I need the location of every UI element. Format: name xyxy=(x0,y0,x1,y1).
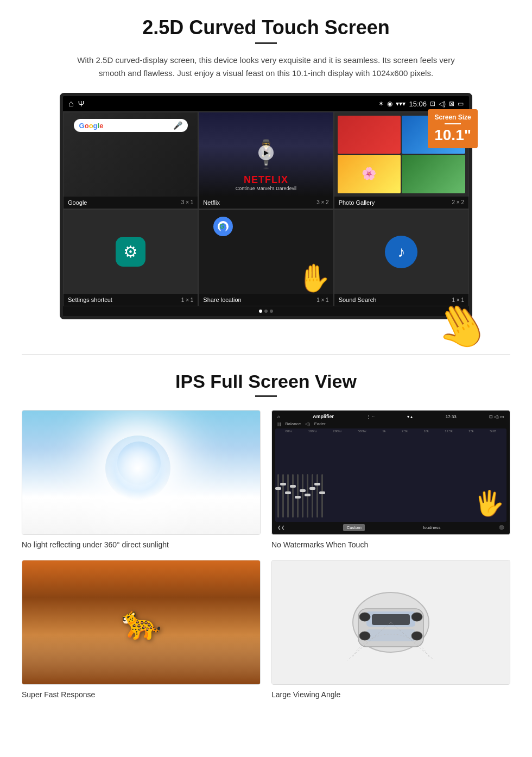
sunlight-caption: No light reflecting under 360° direct su… xyxy=(22,540,261,549)
sky-background xyxy=(22,411,260,534)
amp-slider-3[interactable] xyxy=(287,474,289,518)
amp-slider-9[interactable] xyxy=(316,474,318,518)
settings-app-cell[interactable]: ⚙ Settings shortcut 1 × 1 xyxy=(63,210,198,307)
freq-label-8: 15k xyxy=(468,430,474,433)
amp-icons-right: ⊡ ◁) ▭ xyxy=(489,414,504,419)
amp-slider-group: 🖐 xyxy=(277,474,504,518)
feature-fast-response: 🐆 Super Fast Response xyxy=(22,560,261,699)
amp-toggle-icon[interactable]: ⚫ xyxy=(499,525,504,530)
netflix-play-button[interactable] xyxy=(258,145,274,160)
cheetah-ground xyxy=(22,635,260,684)
amp-freq-labels: 60hz 100hz 200hz 500hz 1k 2.5k 10k 12.5k… xyxy=(277,430,504,433)
sun-burst xyxy=(105,436,170,501)
x-icon: ⊠ xyxy=(449,100,454,108)
amplifier-image: ⌂ Amplifier ⋮ ·· ▾ ▴ 17:33 ⊡ ◁) ▭ ||| Ba… xyxy=(271,410,510,535)
netflix-logo: NETFLIX xyxy=(204,174,327,186)
viewing-angle-caption: Large Viewing Angle xyxy=(271,690,510,699)
gallery-label-size: 2 × 2 xyxy=(452,199,464,205)
svg-point-10 xyxy=(359,613,370,621)
amp-controls-row: ||| Balance ◁) Fader xyxy=(275,421,506,426)
share-cell-content: G 🤚 xyxy=(199,210,333,294)
svg-rect-9 xyxy=(372,614,410,625)
share-location-label-size: 1 × 1 xyxy=(316,297,329,303)
amp-slider-1[interactable] xyxy=(277,474,279,518)
status-bar: ✶ ◉ ▾▾▾ 15:06 ⊡ ◁) ⊠ ▭ xyxy=(63,96,469,111)
amp-thumb-4 xyxy=(290,485,296,488)
amp-fader-label: Fader xyxy=(314,421,326,426)
freq-label-1: 100hz xyxy=(308,430,317,433)
sunlight-image xyxy=(22,410,261,535)
freq-label-2: 200hz xyxy=(333,430,341,433)
signal-icon: ▾▾▾ xyxy=(396,100,406,108)
cheetah-background: 🐆 xyxy=(22,560,260,684)
amp-thumb-9 xyxy=(314,483,320,485)
freq-label-3: 500hz xyxy=(358,430,366,433)
amp-hand-icon: 🖐 xyxy=(474,489,504,518)
hand-pointing-icon: 🤚 xyxy=(297,262,331,294)
netflix-subtitle: Continue Marvel's Daredevil xyxy=(204,186,327,191)
feature-sunlight: No light reflecting under 360° direct su… xyxy=(22,410,261,549)
status-time: 15:06 xyxy=(409,100,427,108)
netflix-label-size: 3 × 2 xyxy=(316,199,329,205)
home-icon[interactable] xyxy=(68,99,74,109)
app-grid-row1: Google 🎤 Google 3 × 1 xyxy=(63,111,469,209)
amp-equalizer-icon: ||| xyxy=(277,421,281,426)
google-cell-content: Google 🎤 xyxy=(64,112,198,197)
gallery-photo-1 xyxy=(338,116,401,154)
usb-icon xyxy=(78,99,85,108)
amp-sliders-area: 60hz 100hz 200hz 500hz 1k 2.5k 10k 12.5k… xyxy=(275,428,506,522)
sound-search-app-cell[interactable]: ♪ Sound Search 1 × 1 xyxy=(334,210,469,307)
google-maps-icon: G xyxy=(210,216,237,245)
dot-2[interactable] xyxy=(264,310,268,313)
google-app-cell[interactable]: Google 🎤 Google 3 × 1 xyxy=(63,112,198,209)
gallery-photo-4 xyxy=(402,155,465,193)
amp-thumb-8 xyxy=(309,487,315,490)
google-search-bar[interactable]: Google 🎤 xyxy=(74,119,188,132)
section-ips: IPS Full Screen View No light reflecting… xyxy=(22,371,510,715)
settings-cell-content: ⚙ xyxy=(64,210,198,294)
netflix-app-cell[interactable]: 🕴 NETFLIX Continue Marvel's Daredevil Ne… xyxy=(198,112,333,209)
share-location-label-name: Share location xyxy=(203,297,241,303)
amp-menu-icon: ⋮ ·· xyxy=(366,414,375,419)
amp-slider-2[interactable] xyxy=(282,474,284,518)
camera-icon: ⊡ xyxy=(430,100,435,108)
freq-label-6: 10k xyxy=(423,430,429,433)
amp-title: Amplifier xyxy=(313,414,334,419)
sound-icon-wrap: ♪ xyxy=(385,236,417,268)
mic-icon[interactable]: 🎤 xyxy=(173,121,182,130)
freq-label-4: 1k xyxy=(382,430,385,433)
freq-label-7: 12.5k xyxy=(445,430,453,433)
dot-3[interactable] xyxy=(270,310,273,313)
page: 2.5D Curved Touch Screen With 2.5D curve… xyxy=(0,0,532,731)
share-location-app-label: Share location 1 × 1 xyxy=(199,294,333,306)
amp-slider-10[interactable] xyxy=(321,474,323,518)
page-dots xyxy=(63,306,469,316)
settings-gear-icon: ⚙ xyxy=(123,242,138,261)
amp-slider-7[interactable] xyxy=(307,474,308,518)
location-icon: ◉ xyxy=(387,100,392,108)
amp-thumb-3 xyxy=(285,491,291,494)
amp-slider-5[interactable] xyxy=(297,474,299,518)
feature-viewing-angle: Large Viewing Angle xyxy=(271,560,510,699)
amp-balance-label: Balance xyxy=(285,421,301,426)
gallery-photo-3: 🌸 xyxy=(338,155,401,193)
amp-slider-8[interactable] xyxy=(312,474,313,518)
amp-wifi-icon: ▾ ▴ xyxy=(407,414,413,419)
amp-slider-6[interactable] xyxy=(302,474,303,518)
cheetah-emoji: 🐆 xyxy=(121,603,162,642)
freq-label-0: 60hz xyxy=(286,430,293,433)
share-location-app-cell[interactable]: G 🤚 Share location 1 × 1 xyxy=(198,210,333,307)
watermark-caption: No Watermarks When Touch xyxy=(271,540,510,549)
dot-1[interactable] xyxy=(259,310,262,313)
settings-icon-wrap: ⚙ xyxy=(116,237,145,267)
google-logo: Google xyxy=(79,122,104,130)
sound-cell-content: ♪ xyxy=(334,210,468,294)
settings-label-name: Settings shortcut xyxy=(68,297,112,303)
amp-custom-btn[interactable]: Custom xyxy=(343,524,365,531)
section2-title: IPS Full Screen View xyxy=(22,371,510,392)
amp-loudness-label: loudness xyxy=(423,525,441,530)
amp-slider-4[interactable] xyxy=(292,474,294,518)
svg-point-13 xyxy=(411,632,422,640)
amp-header: ⌂ Amplifier ⋮ ·· ▾ ▴ 17:33 ⊡ ◁) ▭ xyxy=(275,414,506,419)
netflix-cell-content: 🕴 NETFLIX Continue Marvel's Daredevil xyxy=(199,112,333,197)
